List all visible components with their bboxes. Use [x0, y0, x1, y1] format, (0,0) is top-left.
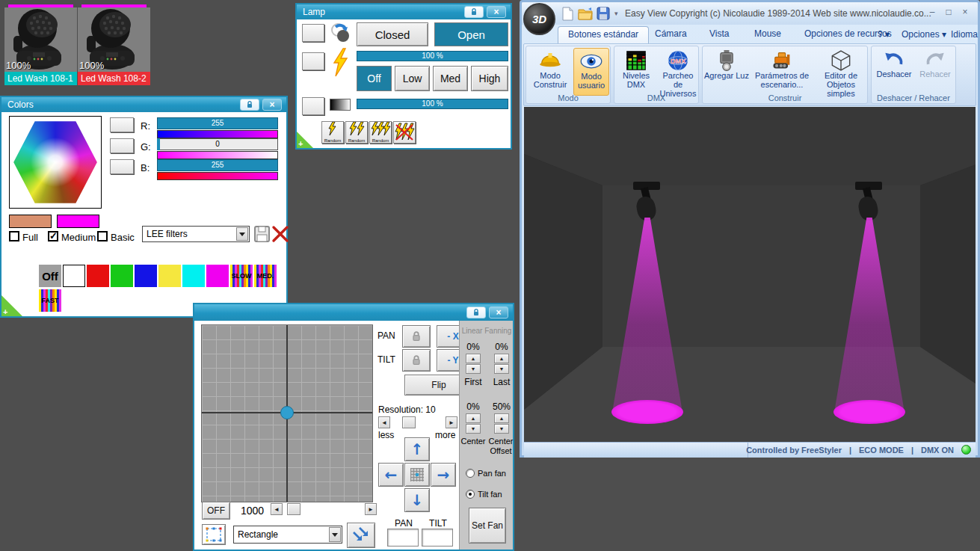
red-value-bar[interactable]: 255: [157, 117, 278, 129]
pantilt-xy-grid[interactable]: [201, 324, 373, 502]
niveles-dmx-button[interactable]: Niveles DMX: [616, 48, 656, 96]
color-swatch-yellow[interactable]: [158, 265, 181, 287]
resize-grip[interactable]: +: [1, 295, 22, 316]
nudge-down-button[interactable]: ↓: [404, 488, 430, 512]
shutter-open-button[interactable]: Open: [434, 22, 508, 46]
colors-titlebar[interactable]: Colors ×: [1, 97, 286, 112]
save-icon[interactable]: [597, 7, 610, 22]
lock-icon[interactable]: [464, 6, 484, 18]
center-up-button[interactable]: [466, 413, 481, 423]
shutter-closed-button[interactable]: Closed: [357, 22, 428, 46]
tilt-fan-radio[interactable]: [466, 490, 475, 499]
save-icon[interactable]: [254, 226, 270, 244]
last-down-button[interactable]: [494, 364, 509, 374]
easyview-titlebar[interactable]: 3D ▾ Easy View Copyright (c) Nicolaudie …: [522, 2, 978, 25]
offset-up-button[interactable]: [494, 413, 509, 423]
strobe-level-bar[interactable]: 100 %: [357, 51, 508, 61]
color-cycle-medium[interactable]: MED.: [254, 265, 277, 287]
first-down-button[interactable]: [466, 364, 481, 374]
lamp-titlebar[interactable]: Lamp ×: [297, 4, 511, 19]
blue-gradient-slider[interactable]: [157, 172, 278, 180]
resolution-slider-thumb[interactable]: [402, 416, 416, 428]
menu-opciones[interactable]: Opciones ▾: [902, 29, 946, 40]
parcheo-universos-button[interactable]: DMX Parcheo de Universos: [658, 48, 698, 96]
random-strobe-off-button[interactable]: [393, 121, 416, 144]
basic-checkbox[interactable]: [97, 231, 108, 241]
color-swatch-blue[interactable]: [135, 265, 157, 287]
strobe-preset-button[interactable]: [302, 52, 324, 70]
green-value-bar[interactable]: 0: [157, 138, 278, 150]
shutter-preset-button[interactable]: [302, 24, 324, 42]
modo-usuario-button[interactable]: Modo usuario: [573, 48, 609, 96]
fixture-thumbnail[interactable]: 100% Led Wash 108-2: [78, 4, 150, 85]
chevron-down-icon[interactable]: [236, 227, 248, 241]
color-swatch-green[interactable]: [111, 265, 133, 287]
random-strobe-slow-button[interactable]: Random: [321, 121, 344, 144]
diagonal-move-button[interactable]: [347, 523, 375, 548]
color-swatch-magenta[interactable]: [206, 265, 229, 287]
new-document-icon[interactable]: [561, 7, 574, 23]
nudge-up-button[interactable]: ↑: [404, 437, 430, 461]
full-checkbox[interactable]: [9, 231, 19, 241]
pantilt-titlebar[interactable]: ×: [194, 304, 513, 321]
nudge-right-button[interactable]: →: [431, 463, 456, 487]
speed-increase-button[interactable]: ►: [365, 503, 377, 515]
lock-icon[interactable]: [466, 307, 486, 318]
close-icon[interactable]: ×: [487, 6, 506, 18]
color-swatch-off[interactable]: Off: [39, 265, 61, 287]
shape-select-icon[interactable]: [202, 524, 226, 545]
preview-swatch-primary[interactable]: [9, 215, 52, 228]
deshacer-button[interactable]: Deshacer: [873, 48, 915, 96]
fixture-thumbnail[interactable]: 100% Led Wash 108-1: [4, 4, 77, 85]
first-up-button[interactable]: [466, 354, 481, 363]
dimmer-level-bar[interactable]: 100 %: [357, 99, 508, 109]
strobe-med-button[interactable]: Med: [433, 66, 468, 91]
menu-help[interactable]: ? ▾: [878, 29, 890, 40]
delete-icon[interactable]: [271, 224, 290, 246]
red-preset-button[interactable]: [110, 117, 134, 132]
center-down-button[interactable]: [466, 424, 481, 434]
strobe-low-button[interactable]: Low: [395, 66, 430, 91]
offset-down-button[interactable]: [494, 424, 509, 434]
chevron-down-icon[interactable]: [329, 527, 341, 542]
color-swatch-red[interactable]: [87, 265, 109, 287]
3d-viewport[interactable]: [524, 107, 976, 442]
tab-vista[interactable]: Vista: [700, 26, 739, 43]
tilt-lock-button[interactable]: [402, 349, 431, 372]
app-logo-3d[interactable]: 3D: [523, 3, 555, 35]
cycle-off-button[interactable]: OFF: [202, 502, 230, 520]
open-folder-icon[interactable]: [578, 7, 594, 22]
close-icon[interactable]: ×: [262, 99, 282, 111]
minimize-button[interactable]: –: [925, 7, 939, 17]
strobe-off-button[interactable]: Off: [357, 66, 392, 91]
modo-construir-button[interactable]: Modo Construir: [528, 48, 572, 96]
quick-access-chevron-icon[interactable]: ▾: [614, 10, 618, 17]
set-fan-button[interactable]: Set Fan: [469, 508, 506, 544]
fixture-name[interactable]: Led Wash 108-2: [78, 72, 150, 85]
resolution-increase-button[interactable]: ►: [446, 416, 457, 428]
preview-swatch-secondary[interactable]: [57, 215, 99, 228]
close-button[interactable]: ×: [958, 7, 972, 17]
resolution-decrease-button[interactable]: ◄: [378, 416, 390, 428]
tab-mouse[interactable]: Mouse: [745, 26, 791, 43]
resize-grip[interactable]: +: [297, 132, 313, 148]
tab-botones-estandar[interactable]: Botones estándar: [558, 26, 649, 43]
speed-decrease-button[interactable]: ◄: [271, 503, 283, 515]
speed-slider-thumb[interactable]: [287, 503, 301, 515]
nudge-center-button[interactable]: [404, 463, 430, 487]
pan-value-field[interactable]: [387, 529, 419, 547]
color-hexagon-picker[interactable]: [13, 120, 98, 205]
parametros-escenario-button[interactable]: Parámetros de escenario...: [751, 48, 813, 96]
medium-checkbox[interactable]: [48, 231, 58, 241]
red-gradient-slider[interactable]: [157, 130, 278, 138]
random-strobe-medium-button[interactable]: Random: [345, 121, 368, 144]
last-up-button[interactable]: [494, 354, 509, 363]
fixture-name[interactable]: Led Wash 108-1: [4, 72, 77, 85]
shape-select[interactable]: Rectangle: [233, 526, 342, 544]
random-strobe-fast-button[interactable]: Random: [369, 121, 392, 144]
tilt-value-field[interactable]: [422, 529, 453, 547]
color-swatch-white[interactable]: [63, 265, 85, 287]
menu-idioma[interactable]: Idioma: [951, 29, 978, 40]
color-cycle-fast[interactable]: FAST: [39, 289, 61, 312]
blue-preset-button[interactable]: [110, 159, 134, 174]
